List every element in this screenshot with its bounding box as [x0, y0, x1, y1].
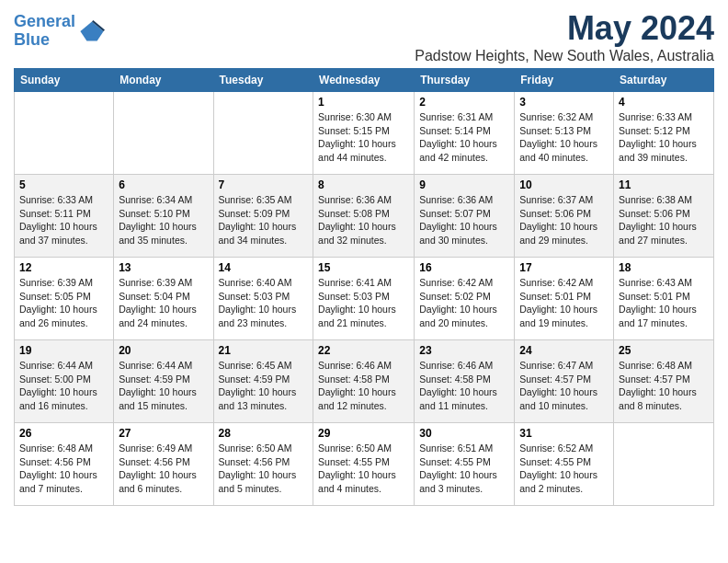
day-cell: 6Sunrise: 6:34 AMSunset: 5:10 PMDaylight…	[114, 175, 213, 258]
day-number: 11	[619, 178, 709, 191]
day-cell: 18Sunrise: 6:43 AMSunset: 5:01 PMDayligh…	[614, 258, 714, 340]
day-cell: 29Sunrise: 6:50 AMSunset: 4:55 PMDayligh…	[313, 423, 415, 506]
day-detail: Sunrise: 6:34 AMSunset: 5:10 PMDaylight:…	[119, 193, 208, 247]
week-row-2: 5Sunrise: 6:33 AMSunset: 5:11 PMDaylight…	[15, 175, 714, 258]
col-header-wednesday: Wednesday	[313, 69, 415, 92]
week-row-5: 26Sunrise: 6:48 AMSunset: 4:56 PMDayligh…	[15, 423, 714, 506]
day-cell: 1Sunrise: 6:30 AMSunset: 5:15 PMDaylight…	[313, 92, 415, 175]
day-number: 14	[219, 261, 309, 274]
week-row-3: 12Sunrise: 6:39 AMSunset: 5:05 PMDayligh…	[15, 258, 714, 340]
day-cell: 3Sunrise: 6:32 AMSunset: 5:13 PMDaylight…	[515, 92, 614, 175]
day-detail: Sunrise: 6:50 AMSunset: 4:56 PMDaylight:…	[219, 442, 309, 496]
col-header-friday: Friday	[515, 69, 614, 92]
day-cell: 11Sunrise: 6:38 AMSunset: 5:06 PMDayligh…	[614, 175, 714, 258]
day-cell: 8Sunrise: 6:36 AMSunset: 5:08 PMDaylight…	[313, 175, 415, 258]
day-detail: Sunrise: 6:45 AMSunset: 4:59 PMDaylight:…	[219, 359, 309, 413]
day-detail: Sunrise: 6:50 AMSunset: 4:55 PMDaylight:…	[318, 442, 409, 496]
logo: GeneralBlue	[14, 13, 105, 50]
day-detail: Sunrise: 6:49 AMSunset: 4:56 PMDaylight:…	[119, 442, 208, 496]
day-detail: Sunrise: 6:48 AMSunset: 4:56 PMDaylight:…	[19, 442, 108, 496]
day-number: 25	[619, 344, 709, 357]
col-header-saturday: Saturday	[614, 69, 714, 92]
day-number: 21	[219, 344, 309, 357]
day-detail: Sunrise: 6:31 AMSunset: 5:14 PMDaylight:…	[419, 110, 509, 165]
day-cell: 21Sunrise: 6:45 AMSunset: 4:59 PMDayligh…	[213, 340, 313, 423]
day-detail: Sunrise: 6:51 AMSunset: 4:55 PMDaylight:…	[419, 442, 509, 496]
week-row-1: 1Sunrise: 6:30 AMSunset: 5:15 PMDaylight…	[15, 92, 714, 175]
day-detail: Sunrise: 6:35 AMSunset: 5:09 PMDaylight:…	[219, 193, 309, 247]
day-number: 16	[419, 261, 509, 274]
day-number: 13	[119, 261, 208, 274]
day-detail: Sunrise: 6:30 AMSunset: 5:15 PMDaylight:…	[318, 110, 409, 165]
day-number: 7	[219, 178, 309, 191]
week-row-4: 19Sunrise: 6:44 AMSunset: 5:00 PMDayligh…	[15, 340, 714, 423]
day-cell: 24Sunrise: 6:47 AMSunset: 4:57 PMDayligh…	[515, 340, 614, 423]
day-number: 12	[19, 261, 108, 274]
col-header-sunday: Sunday	[15, 69, 114, 92]
day-cell: 10Sunrise: 6:37 AMSunset: 5:06 PMDayligh…	[515, 175, 614, 258]
day-number: 22	[318, 344, 409, 357]
day-cell: 25Sunrise: 6:48 AMSunset: 4:57 PMDayligh…	[614, 340, 714, 423]
day-cell	[15, 92, 114, 175]
svg-marker-0	[80, 21, 103, 40]
day-cell	[614, 423, 714, 506]
day-detail: Sunrise: 6:40 AMSunset: 5:03 PMDaylight:…	[219, 276, 309, 330]
col-header-tuesday: Tuesday	[213, 69, 313, 92]
column-headers: SundayMondayTuesdayWednesdayThursdayFrid…	[15, 69, 714, 92]
day-cell: 31Sunrise: 6:52 AMSunset: 4:55 PMDayligh…	[515, 423, 614, 506]
day-detail: Sunrise: 6:32 AMSunset: 5:13 PMDaylight:…	[519, 110, 609, 165]
day-detail: Sunrise: 6:52 AMSunset: 4:55 PMDaylight:…	[519, 442, 609, 496]
day-number: 26	[19, 427, 108, 440]
col-header-monday: Monday	[114, 69, 213, 92]
day-number: 19	[19, 344, 108, 357]
day-number: 5	[19, 178, 108, 191]
day-detail: Sunrise: 6:39 AMSunset: 5:04 PMDaylight:…	[119, 276, 208, 330]
day-detail: Sunrise: 6:37 AMSunset: 5:06 PMDaylight:…	[519, 193, 609, 247]
title-block: May 2024 Padstow Heights, New South Wale…	[415, 9, 714, 64]
day-detail: Sunrise: 6:36 AMSunset: 5:08 PMDaylight:…	[318, 193, 409, 247]
day-detail: Sunrise: 6:36 AMSunset: 5:07 PMDaylight:…	[419, 193, 509, 247]
day-number: 18	[619, 261, 709, 274]
calendar-table: SundayMondayTuesdayWednesdayThursdayFrid…	[14, 68, 714, 506]
day-number: 1	[318, 96, 409, 109]
logo-text: GeneralBlue	[14, 13, 75, 50]
day-number: 8	[318, 178, 409, 191]
main-title: May 2024	[415, 9, 714, 48]
day-detail: Sunrise: 6:38 AMSunset: 5:06 PMDaylight:…	[619, 193, 709, 247]
day-detail: Sunrise: 6:44 AMSunset: 4:59 PMDaylight:…	[119, 359, 208, 413]
header: GeneralBlue May 2024 Padstow Heights, Ne…	[14, 9, 714, 64]
day-cell: 2Sunrise: 6:31 AMSunset: 5:14 PMDaylight…	[415, 92, 515, 175]
col-header-thursday: Thursday	[415, 69, 515, 92]
day-detail: Sunrise: 6:39 AMSunset: 5:05 PMDaylight:…	[19, 276, 108, 330]
day-number: 3	[519, 96, 609, 109]
day-detail: Sunrise: 6:43 AMSunset: 5:01 PMDaylight:…	[619, 276, 709, 330]
logo-icon	[79, 18, 105, 44]
day-cell: 15Sunrise: 6:41 AMSunset: 5:03 PMDayligh…	[313, 258, 415, 340]
day-number: 17	[519, 261, 609, 274]
day-number: 24	[519, 344, 609, 357]
day-cell: 7Sunrise: 6:35 AMSunset: 5:09 PMDaylight…	[213, 175, 313, 258]
day-cell: 12Sunrise: 6:39 AMSunset: 5:05 PMDayligh…	[15, 258, 114, 340]
day-number: 6	[119, 178, 208, 191]
day-detail: Sunrise: 6:33 AMSunset: 5:11 PMDaylight:…	[19, 193, 108, 247]
day-detail: Sunrise: 6:42 AMSunset: 5:01 PMDaylight:…	[519, 276, 609, 330]
day-number: 10	[519, 178, 609, 191]
day-detail: Sunrise: 6:41 AMSunset: 5:03 PMDaylight:…	[318, 276, 409, 330]
day-cell: 20Sunrise: 6:44 AMSunset: 4:59 PMDayligh…	[114, 340, 213, 423]
day-detail: Sunrise: 6:47 AMSunset: 4:57 PMDaylight:…	[519, 359, 609, 413]
day-cell	[213, 92, 313, 175]
subtitle: Padstow Heights, New South Wales, Austra…	[415, 48, 714, 64]
day-number: 20	[119, 344, 208, 357]
day-number: 2	[419, 96, 509, 109]
day-detail: Sunrise: 6:33 AMSunset: 5:12 PMDaylight:…	[619, 110, 709, 165]
day-cell: 27Sunrise: 6:49 AMSunset: 4:56 PMDayligh…	[114, 423, 213, 506]
day-cell: 16Sunrise: 6:42 AMSunset: 5:02 PMDayligh…	[415, 258, 515, 340]
day-cell: 9Sunrise: 6:36 AMSunset: 5:07 PMDaylight…	[415, 175, 515, 258]
day-number: 4	[619, 96, 709, 109]
day-cell: 4Sunrise: 6:33 AMSunset: 5:12 PMDaylight…	[614, 92, 714, 175]
day-cell: 23Sunrise: 6:46 AMSunset: 4:58 PMDayligh…	[415, 340, 515, 423]
day-number: 30	[419, 427, 509, 440]
day-number: 9	[419, 178, 509, 191]
day-number: 31	[519, 427, 609, 440]
day-cell: 13Sunrise: 6:39 AMSunset: 5:04 PMDayligh…	[114, 258, 213, 340]
